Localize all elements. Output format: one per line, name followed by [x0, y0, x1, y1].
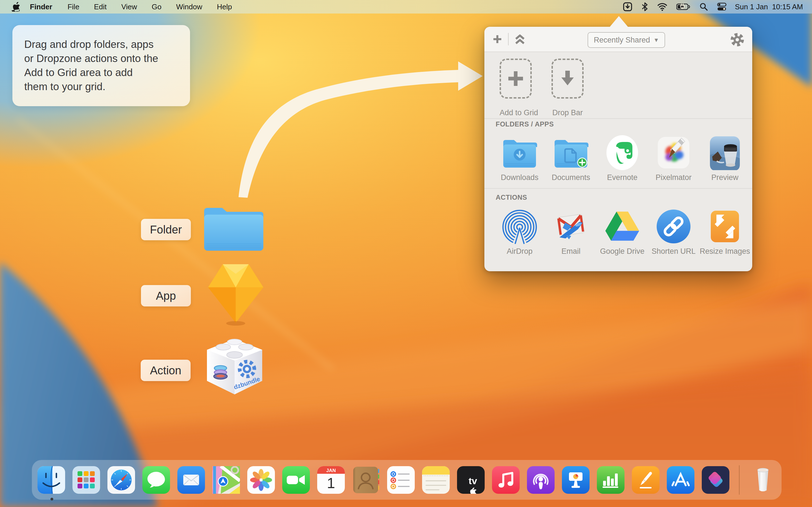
grid-item-email[interactable]: Email [545, 209, 597, 256]
grid-item-label: Preview [711, 173, 739, 182]
battery-charging-icon[interactable] [672, 3, 695, 10]
dock-item-keynote[interactable] [562, 466, 590, 494]
email-icon [553, 209, 589, 244]
folders-apps-row: Downloads Documents [494, 135, 751, 182]
grid-item-pixelmator[interactable]: Pixelmator [648, 135, 699, 182]
grid-item-google-drive[interactable]: Google Drive [597, 209, 648, 256]
wifi-icon[interactable] [653, 3, 672, 11]
section-divider [485, 118, 752, 119]
grid-item-label: Shorten URL [652, 247, 696, 256]
add-to-grid-dropzone[interactable] [500, 59, 532, 99]
dropzone-status-icon[interactable] [618, 2, 637, 11]
drop-bar-dropzone[interactable] [552, 59, 583, 99]
chevron-down-icon: ▼ [654, 37, 659, 43]
section-title-folders-apps: FOLDERS / APPS [496, 120, 554, 128]
downloads-folder-icon [502, 135, 538, 171]
section-divider [485, 188, 752, 189]
dock-item-trash[interactable] [749, 466, 777, 494]
apple-tv-text: tv [469, 475, 477, 486]
grid-item-documents[interactable]: Documents [545, 135, 597, 182]
grid-item-label: Documents [552, 173, 591, 182]
control-center-icon[interactable] [712, 2, 731, 11]
dock-item-launchpad[interactable] [72, 466, 100, 494]
grid-item-label: Downloads [501, 173, 539, 182]
menu-item-view[interactable]: View [114, 3, 144, 11]
drag-direction-arrow [231, 49, 491, 207]
action-callout-label: Action [141, 360, 191, 381]
evernote-icon [604, 135, 640, 171]
popover-arrow [610, 16, 628, 27]
gear-icon[interactable] [730, 33, 744, 47]
toolbar-divider [508, 33, 509, 45]
grid-item-downloads[interactable]: Downloads [494, 135, 545, 182]
documents-folder-icon [553, 135, 589, 171]
menu-bar-clock[interactable]: Sun 1 Jan 10:15 AM [731, 3, 812, 11]
menu-item-go[interactable]: Go [144, 3, 169, 11]
dock-item-safari[interactable] [107, 466, 135, 494]
add-button[interactable] [492, 34, 503, 45]
app-label-text: App [156, 290, 176, 302]
drop-target-label: Drop Bar [552, 108, 583, 117]
dock-item-numbers[interactable] [597, 466, 624, 494]
dock-item-reminders[interactable] [387, 466, 415, 494]
dock-item-mail[interactable] [177, 466, 205, 494]
section-title-actions: ACTIONS [496, 193, 527, 202]
desktop-dzbundle-action-icon[interactable]: dzbundle [205, 339, 264, 396]
dock-item-photos[interactable] [247, 466, 275, 494]
dock-item-facetime[interactable] [282, 466, 310, 494]
grid-item-airdrop[interactable]: AirDrop [494, 209, 545, 256]
menu-bar: Finder File Edit View Go Window Help Sun… [0, 0, 812, 13]
callout-text-line: Drag and drop folders, apps [24, 38, 190, 52]
shorten-url-icon [656, 209, 692, 244]
dock-item-apple-tv[interactable]: tv [457, 466, 485, 494]
grid-item-label: Resize Images [700, 247, 750, 256]
dock-item-podcasts[interactable] [527, 466, 555, 494]
desktop-folder-icon[interactable] [202, 203, 264, 252]
app-callout-label: App [141, 285, 191, 306]
menu-item-window[interactable]: Window [169, 3, 209, 11]
dock-item-shortcuts[interactable] [702, 466, 729, 494]
dock-item-messages[interactable] [142, 466, 170, 494]
dock-item-app-store[interactable] [667, 466, 695, 494]
running-indicator-dot [50, 498, 53, 501]
grid-item-shorten-url[interactable]: Shorten URL [648, 209, 699, 256]
google-drive-icon [604, 209, 640, 244]
spotlight-icon[interactable] [695, 3, 712, 11]
bluetooth-icon[interactable] [637, 2, 653, 11]
dock-divider [739, 465, 740, 495]
preview-icon [707, 135, 743, 171]
desktop-sketch-app-icon[interactable] [207, 262, 264, 326]
dock-item-maps[interactable] [212, 466, 240, 494]
collapse-chevrons-icon[interactable] [514, 33, 526, 45]
panel-toolbar: Recently Shared ▼ [485, 27, 752, 52]
folder-label-text: Folder [150, 223, 182, 236]
action-label-text: Action [150, 364, 181, 377]
menu-item-edit[interactable]: Edit [87, 3, 114, 11]
filter-dropdown[interactable]: Recently Shared ▼ [588, 32, 665, 48]
callout-text-line: Add to Grid area to add [24, 66, 190, 80]
grid-item-preview[interactable]: Preview [699, 135, 751, 182]
apple-menu-icon[interactable] [11, 2, 20, 11]
resize-images-icon [707, 209, 743, 244]
dock-item-pages[interactable] [632, 466, 659, 494]
grid-item-label: AirDrop [507, 247, 532, 256]
grid-item-label: Evernote [607, 173, 638, 182]
menu-app-name[interactable]: Finder [22, 3, 60, 11]
menu-item-help[interactable]: Help [209, 3, 239, 11]
grid-item-label: Pixelmator [656, 173, 692, 182]
dock-item-contacts[interactable] [352, 466, 380, 494]
callout-text-line: them to your grid. [24, 80, 190, 94]
menu-item-file[interactable]: File [60, 3, 87, 11]
filter-dropdown-label: Recently Shared [594, 36, 650, 45]
dock-item-calendar[interactable]: JAN 1 [317, 466, 345, 494]
grid-item-resize-images[interactable]: Resize Images [699, 209, 751, 256]
plus-icon [507, 69, 525, 88]
grid-item-evernote[interactable]: Evernote [597, 135, 648, 182]
dropzone-panel: Recently Shared ▼ Add to Grid Drop Bar F… [485, 27, 752, 271]
dock-item-notes[interactable] [422, 466, 450, 494]
callout-text-line: or Dropzone actions onto the [24, 52, 190, 66]
dock-item-finder[interactable] [38, 466, 65, 494]
actions-row: AirDrop Email [494, 209, 751, 256]
dock-item-music[interactable] [492, 466, 520, 494]
grid-item-label: Email [561, 247, 580, 256]
